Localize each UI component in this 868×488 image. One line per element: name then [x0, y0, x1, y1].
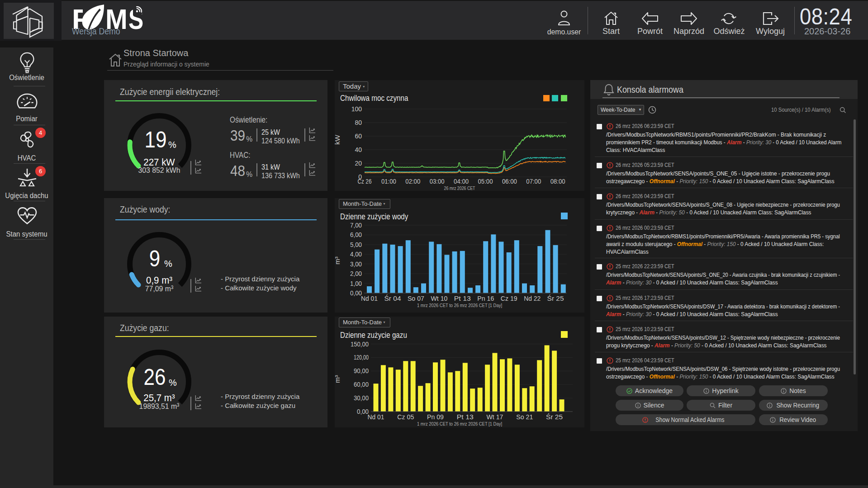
svg-text:0,00: 0,00 — [350, 289, 362, 297]
svg-text:Śr 25: Śr 25 — [547, 294, 564, 302]
svg-text:Nd 22: Nd 22 — [524, 294, 541, 302]
svg-text:Cz 19: Cz 19 — [501, 294, 517, 302]
svg-text:Wt 10: Wt 10 — [431, 294, 447, 302]
svg-text:Śr 04: Śr 04 — [384, 294, 401, 302]
svg-text:m³: m³ — [333, 256, 341, 265]
svg-text:m³: m³ — [333, 375, 341, 383]
svg-text:5,00: 5,00 — [350, 241, 362, 248]
svg-text:120,00: 120,00 — [354, 353, 369, 361]
svg-text:100: 100 — [351, 105, 362, 113]
svg-text:Cz 26: Cz 26 — [358, 177, 372, 185]
svg-text:07:00: 07:00 — [526, 177, 541, 185]
svg-text:01:00: 01:00 — [381, 177, 396, 185]
svg-text:90,00: 90,00 — [354, 367, 369, 374]
svg-text:Śr 25: Śr 25 — [546, 413, 563, 421]
svg-text:60: 60 — [355, 133, 362, 140]
svg-text:Nd 01: Nd 01 — [361, 294, 378, 302]
svg-text:04:00: 04:00 — [454, 177, 469, 185]
svg-text:1 mrz 2026 CET to 26 mrz 2026: 1 mrz 2026 CET to 26 mrz 2026 CET [1 Day… — [417, 421, 502, 426]
svg-text:So 07: So 07 — [408, 294, 424, 302]
svg-text:2,00: 2,00 — [350, 270, 362, 277]
svg-text:1 mrz 2026 CET to 26 mrz 2026: 1 mrz 2026 CET to 26 mrz 2026 CET [1 Day… — [417, 303, 502, 308]
svg-text:03:00: 03:00 — [430, 177, 445, 185]
svg-text:08:00: 08:00 — [550, 177, 565, 185]
svg-text:Pn 09: Pn 09 — [427, 413, 444, 421]
svg-text:80: 80 — [355, 119, 362, 126]
svg-text:20: 20 — [355, 160, 362, 167]
svg-text:4,00: 4,00 — [350, 250, 362, 258]
svg-text:40: 40 — [355, 146, 362, 153]
svg-text:Pn 16: Pn 16 — [477, 294, 494, 302]
svg-text:1,00: 1,00 — [350, 280, 362, 287]
svg-text:06:00: 06:00 — [502, 177, 517, 185]
svg-text:6,00: 6,00 — [350, 231, 362, 238]
svg-text:Cz 05: Cz 05 — [397, 413, 414, 421]
svg-text:Wt 17: Wt 17 — [487, 413, 503, 421]
svg-text:02:00: 02:00 — [405, 177, 420, 185]
svg-text:Pt 13: Pt 13 — [457, 413, 474, 421]
svg-text:30,00: 30,00 — [354, 394, 369, 402]
svg-text:150,00: 150,00 — [351, 340, 369, 348]
svg-text:So 21: So 21 — [516, 413, 533, 421]
svg-text:Pt 13: Pt 13 — [454, 294, 471, 302]
svg-text:0,00: 0,00 — [357, 407, 369, 415]
svg-text:26 mrz 2026 CET: 26 mrz 2026 CET — [444, 185, 475, 191]
svg-text:Nd 01: Nd 01 — [368, 413, 384, 421]
svg-text:60,00: 60,00 — [354, 380, 369, 388]
svg-text:3,00: 3,00 — [350, 260, 362, 268]
svg-text:kW: kW — [333, 134, 341, 145]
svg-text:7,00: 7,00 — [350, 221, 362, 229]
svg-text:05:00: 05:00 — [478, 177, 493, 185]
